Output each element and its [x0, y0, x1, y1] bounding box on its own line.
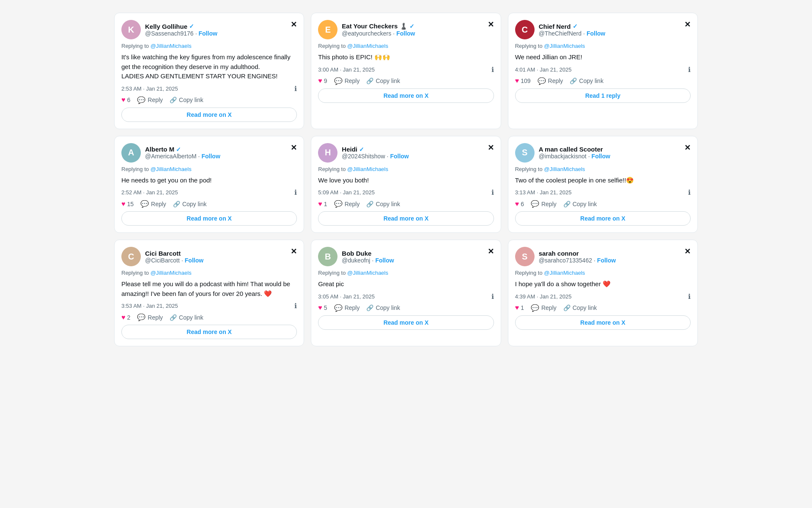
tweet-header: K Kelly Gollihue ✓ @Sassenach9176 · Foll… [121, 20, 297, 39]
copy-link-button[interactable]: 🔗 Copy link [173, 201, 207, 207]
x-logo[interactable]: ✕ [488, 143, 494, 152]
tweet-time: 3:53 AM · Jan 21, 2025 [121, 303, 178, 309]
copy-link-button[interactable]: 🔗 Copy link [366, 77, 400, 84]
reply-button[interactable]: 💬 Reply [538, 77, 563, 85]
copy-label: Copy link [376, 77, 400, 84]
copy-label: Copy link [182, 201, 207, 207]
replying-to: Replying to @JillianMichaels [515, 270, 691, 276]
user-info: C Chief Nerd ✓ @TheChiefNerd · Follow [515, 20, 606, 39]
x-logo[interactable]: ✕ [291, 20, 297, 29]
x-logo[interactable]: ✕ [488, 20, 494, 29]
heart-icon: ♥ [121, 200, 126, 208]
username-follow: @TheChiefNerd · Follow [539, 30, 606, 37]
read-more-button[interactable]: Read more on X [318, 315, 494, 330]
reply-button[interactable]: 💬 Reply [531, 304, 557, 312]
reply-label: Reply [345, 77, 360, 84]
heart-icon: ♥ [515, 200, 519, 208]
x-logo[interactable]: ✕ [291, 143, 297, 152]
tweet-meta: 3:13 AM · Jan 21, 2025 ℹ [515, 188, 691, 196]
copy-link-button[interactable]: 🔗 Copy link [563, 201, 597, 207]
read-more-button[interactable]: Read 1 reply [515, 88, 691, 103]
copy-link-button[interactable]: 🔗 Copy link [366, 201, 400, 207]
follow-button[interactable]: Follow [185, 257, 203, 264]
follow-button[interactable]: Follow [199, 30, 217, 37]
reply-button[interactable]: 💬 Reply [334, 77, 360, 85]
user-info: S sarah connor @sarahco71335462 · Follow [515, 247, 616, 266]
display-name: sarah connor [539, 250, 616, 257]
follow-button[interactable]: Follow [592, 153, 610, 160]
tweet-actions: ♥ 5 💬 Reply 🔗 Copy link [318, 304, 494, 312]
copy-label: Copy link [579, 77, 604, 84]
read-more-button[interactable]: Read more on X [515, 315, 691, 330]
x-logo[interactable]: ✕ [684, 247, 691, 256]
read-more-button[interactable]: Read more on X [318, 88, 494, 103]
info-icon[interactable]: ℹ [294, 85, 297, 93]
reply-target: @JillianMichaels [347, 270, 388, 276]
follow-button[interactable]: Follow [396, 30, 415, 37]
copy-link-button[interactable]: 🔗 Copy link [170, 97, 203, 103]
user-info: H Heidi ✓ @2024Shitshow · Follow [318, 143, 409, 163]
tweet-card-3: C Chief Nerd ✓ @TheChiefNerd · Follow ✕ [508, 13, 698, 129]
info-icon[interactable]: ℹ [294, 302, 297, 310]
info-icon[interactable]: ℹ [491, 66, 494, 74]
user-info: C Cici Barcott @CiciBarcott · Follow [121, 247, 203, 266]
follow-button[interactable]: Follow [375, 257, 394, 264]
copy-link-button[interactable]: 🔗 Copy link [170, 314, 203, 321]
tweet-meta: 5:09 AM · Jan 21, 2025 ℹ [318, 188, 494, 196]
tweet-actions: ♥ 1 💬 Reply 🔗 Copy link [515, 304, 691, 312]
tweet-meta: 4:39 AM · Jan 21, 2025 ℹ [515, 293, 691, 301]
heart-icon: ♥ [515, 77, 519, 85]
heart-icon: ♥ [318, 200, 322, 208]
tweets-grid: K Kelly Gollihue ✓ @Sassenach9176 · Foll… [114, 13, 698, 346]
tweet-content: Great pic [318, 279, 494, 289]
follow-button[interactable]: Follow [201, 153, 220, 160]
x-logo[interactable]: ✕ [488, 247, 494, 256]
tweet-card-5: H Heidi ✓ @2024Shitshow · Follow ✕ Repl [311, 136, 501, 233]
reply-button[interactable]: 💬 Reply [334, 200, 360, 208]
follow-button[interactable]: Follow [587, 30, 605, 37]
read-more-button[interactable]: Read more on X [121, 108, 297, 122]
copy-link-button[interactable]: 🔗 Copy link [570, 77, 604, 84]
replying-to: Replying to @JillianMichaels [318, 43, 494, 49]
follow-button[interactable]: Follow [597, 257, 616, 264]
tweet-card-1: K Kelly Gollihue ✓ @Sassenach9176 · Foll… [114, 13, 304, 129]
read-more-button[interactable]: Read more on X [121, 325, 297, 339]
copy-label: Copy link [376, 201, 400, 207]
follow-button[interactable]: Follow [390, 153, 409, 160]
info-icon[interactable]: ℹ [688, 293, 691, 301]
display-name: Heidi ✓ [342, 146, 409, 153]
x-logo[interactable]: ✕ [291, 247, 297, 256]
user-details: A man called Scooter @imbackjackisnot · … [539, 146, 610, 160]
reply-button[interactable]: 💬 Reply [137, 96, 163, 104]
tweet-actions: ♥ 9 💬 Reply 🔗 Copy link [318, 77, 494, 85]
username-follow: @2024Shitshow · Follow [342, 153, 409, 160]
x-logo[interactable]: ✕ [684, 143, 691, 152]
display-name: Eat Your Checkers ♟️ ✓ [342, 22, 415, 30]
heart-icon: ♥ [515, 304, 519, 312]
read-more-button[interactable]: Read more on X [515, 211, 691, 226]
reply-button[interactable]: 💬 Reply [531, 200, 557, 208]
info-icon[interactable]: ℹ [294, 188, 297, 196]
info-icon[interactable]: ℹ [688, 188, 691, 196]
likes-number: 15 [127, 201, 134, 207]
tweet-content: I hope ya'll do a show together ❤️ [515, 279, 691, 289]
read-more-button[interactable]: Read more on X [121, 211, 297, 226]
copy-label: Copy link [179, 97, 203, 103]
reply-button[interactable]: 💬 Reply [140, 200, 166, 208]
replying-to: Replying to @JillianMichaels [121, 43, 297, 49]
copy-link-button[interactable]: 🔗 Copy link [366, 304, 400, 311]
reply-icon: 💬 [531, 200, 539, 208]
read-more-button[interactable]: Read more on X [318, 211, 494, 226]
x-logo[interactable]: ✕ [684, 20, 691, 29]
reply-button[interactable]: 💬 Reply [137, 313, 163, 321]
link-icon: 🔗 [563, 201, 571, 207]
info-icon[interactable]: ℹ [688, 66, 691, 74]
like-count: ♥ 6 [515, 200, 524, 208]
info-icon[interactable]: ℹ [491, 293, 494, 301]
user-info: A Alberto M ✓ @AmericaAlbertoM · Follow [121, 143, 220, 163]
verified-badge: ✓ [409, 23, 414, 30]
copy-link-button[interactable]: 🔗 Copy link [563, 304, 597, 311]
info-icon[interactable]: ℹ [491, 188, 494, 196]
reply-target: @JillianMichaels [151, 43, 192, 49]
reply-button[interactable]: 💬 Reply [334, 304, 360, 312]
